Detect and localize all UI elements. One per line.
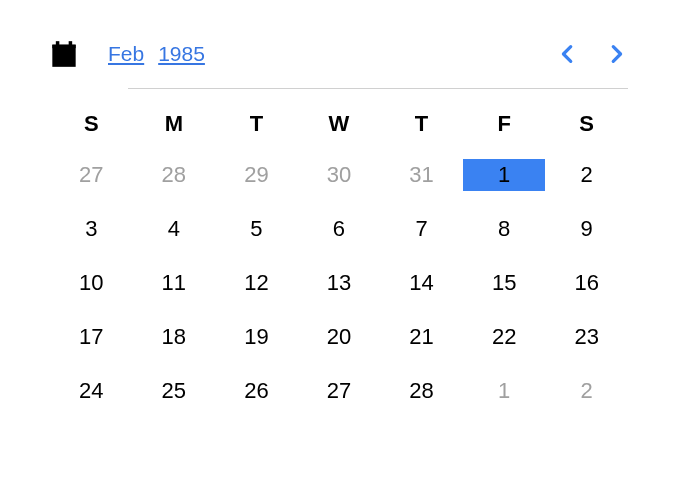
day-cell[interactable]: 21 — [380, 321, 463, 353]
day-cell[interactable]: 7 — [380, 213, 463, 245]
prev-month-button[interactable] — [556, 42, 580, 66]
day-cell[interactable]: 11 — [133, 267, 216, 299]
year-link[interactable]: 1985 — [158, 42, 205, 66]
day-cell[interactable]: 28 — [133, 159, 216, 191]
day-cell[interactable]: 2 — [545, 159, 628, 191]
day-cell[interactable]: 27 — [50, 159, 133, 191]
day-cell[interactable]: 26 — [215, 375, 298, 407]
weekday-header: W — [298, 111, 381, 137]
chevron-right-icon — [605, 43, 627, 65]
month-link[interactable]: Feb — [108, 42, 144, 66]
day-cell[interactable]: 17 — [50, 321, 133, 353]
header-divider — [128, 88, 628, 89]
next-month-button[interactable] — [604, 42, 628, 66]
svg-rect-3 — [52, 45, 75, 49]
day-cell[interactable]: 19 — [215, 321, 298, 353]
day-cell[interactable]: 12 — [215, 267, 298, 299]
day-cell[interactable]: 30 — [298, 159, 381, 191]
weekday-header: S — [50, 111, 133, 137]
day-cell[interactable]: 28 — [380, 375, 463, 407]
day-cell[interactable]: 2 — [545, 375, 628, 407]
day-cell[interactable]: 29 — [215, 159, 298, 191]
day-cell[interactable]: 25 — [133, 375, 216, 407]
day-cell[interactable]: 24 — [50, 375, 133, 407]
day-cell[interactable]: 1 — [463, 375, 546, 407]
day-cell[interactable]: 31 — [380, 159, 463, 191]
nav-arrows — [556, 42, 628, 66]
day-cell[interactable]: 23 — [545, 321, 628, 353]
chevron-left-icon — [557, 43, 579, 65]
day-cell[interactable]: 13 — [298, 267, 381, 299]
calendar-grid: SMTWTFS272829303112345678910111213141516… — [50, 111, 628, 407]
day-cell[interactable]: 22 — [463, 321, 546, 353]
day-cell[interactable]: 27 — [298, 375, 381, 407]
weekday-header: M — [133, 111, 216, 137]
day-cell[interactable]: 15 — [463, 267, 546, 299]
day-cell[interactable]: 16 — [545, 267, 628, 299]
month-year-selector: Feb 1985 — [108, 42, 628, 66]
day-cell[interactable]: 1 — [463, 159, 546, 191]
day-cell[interactable]: 20 — [298, 321, 381, 353]
calendar-icon — [50, 40, 78, 68]
weekday-header: F — [463, 111, 546, 137]
day-cell[interactable]: 8 — [463, 213, 546, 245]
day-cell[interactable]: 3 — [50, 213, 133, 245]
day-cell[interactable]: 10 — [50, 267, 133, 299]
day-cell[interactable]: 6 — [298, 213, 381, 245]
day-cell[interactable]: 4 — [133, 213, 216, 245]
weekday-header: T — [215, 111, 298, 137]
day-cell[interactable]: 9 — [545, 213, 628, 245]
day-cell[interactable]: 18 — [133, 321, 216, 353]
weekday-header: T — [380, 111, 463, 137]
weekday-header: S — [545, 111, 628, 137]
day-cell[interactable]: 5 — [215, 213, 298, 245]
calendar: Feb 1985 SMTWTFS272829303112345678910111… — [50, 40, 628, 407]
calendar-header: Feb 1985 — [50, 40, 628, 68]
day-cell[interactable]: 14 — [380, 267, 463, 299]
